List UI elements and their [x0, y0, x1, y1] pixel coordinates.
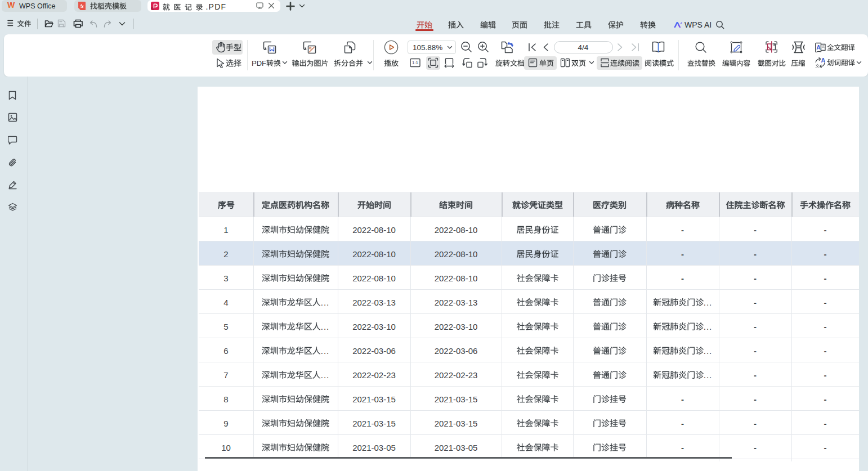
svg-text:A: A	[816, 44, 821, 51]
svg-text:A: A	[821, 57, 826, 64]
svg-text:1:1: 1:1	[412, 60, 419, 65]
svg-text:W: W	[7, 1, 15, 9]
